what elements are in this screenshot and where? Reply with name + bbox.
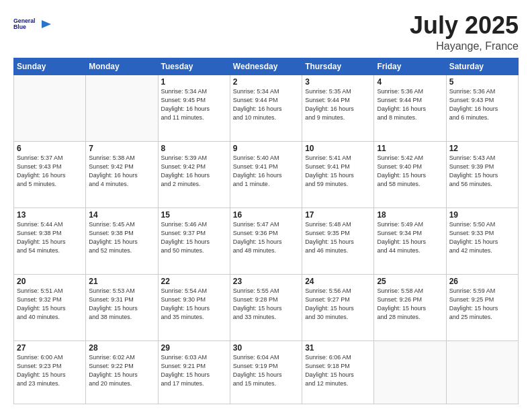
day-info: Sunrise: 5:41 AM Sunset: 9:41 PM Dayligh… bbox=[305, 154, 371, 189]
calendar-cell: 30Sunrise: 6:04 AM Sunset: 9:19 PM Dayli… bbox=[230, 340, 302, 404]
day-number: 2 bbox=[233, 77, 299, 87]
calendar-cell: 27Sunrise: 6:00 AM Sunset: 9:23 PM Dayli… bbox=[14, 340, 86, 404]
page: General Blue July 2025 Hayange, France S… bbox=[0, 0, 532, 411]
logo-arrow-icon bbox=[39, 17, 51, 30]
calendar-cell: 16Sunrise: 5:47 AM Sunset: 9:36 PM Dayli… bbox=[230, 208, 302, 274]
day-number: 7 bbox=[89, 144, 154, 153]
header-cell-wednesday: Wednesday bbox=[230, 58, 302, 75]
day-number: 15 bbox=[161, 210, 227, 220]
day-info: Sunrise: 5:34 AM Sunset: 9:44 PM Dayligh… bbox=[233, 87, 299, 122]
day-number: 12 bbox=[449, 144, 515, 153]
calendar-cell: 23Sunrise: 5:55 AM Sunset: 9:28 PM Dayli… bbox=[230, 274, 302, 340]
calendar-cell: 9Sunrise: 5:40 AM Sunset: 9:41 PM Daylig… bbox=[230, 141, 302, 208]
calendar-cell: 17Sunrise: 5:48 AM Sunset: 9:35 PM Dayli… bbox=[302, 208, 374, 274]
day-info: Sunrise: 5:37 AM Sunset: 9:43 PM Dayligh… bbox=[17, 154, 83, 189]
day-info: Sunrise: 5:56 AM Sunset: 9:27 PM Dayligh… bbox=[305, 287, 371, 322]
calendar-cell: 26Sunrise: 5:59 AM Sunset: 9:25 PM Dayli… bbox=[446, 274, 518, 340]
day-info: Sunrise: 5:36 AM Sunset: 9:43 PM Dayligh… bbox=[449, 87, 515, 122]
day-info: Sunrise: 6:04 AM Sunset: 9:19 PM Dayligh… bbox=[233, 353, 299, 388]
calendar-cell: 22Sunrise: 5:54 AM Sunset: 9:30 PM Dayli… bbox=[158, 274, 230, 340]
day-info: Sunrise: 6:03 AM Sunset: 9:21 PM Dayligh… bbox=[161, 353, 227, 388]
day-number: 8 bbox=[161, 144, 227, 153]
day-number: 18 bbox=[377, 210, 443, 220]
day-info: Sunrise: 5:46 AM Sunset: 9:37 PM Dayligh… bbox=[161, 220, 227, 255]
calendar-cell: 21Sunrise: 5:53 AM Sunset: 9:31 PM Dayli… bbox=[86, 274, 158, 340]
day-number: 31 bbox=[305, 343, 371, 353]
title-block: July 2025 Hayange, France bbox=[410, 12, 519, 52]
calendar-cell bbox=[14, 75, 86, 141]
calendar-cell: 25Sunrise: 5:58 AM Sunset: 9:26 PM Dayli… bbox=[374, 274, 446, 340]
header-cell-friday: Friday bbox=[374, 58, 446, 75]
header: General Blue July 2025 Hayange, France bbox=[13, 12, 519, 52]
header-row: SundayMondayTuesdayWednesdayThursdayFrid… bbox=[14, 58, 519, 75]
title-month: July 2025 bbox=[410, 12, 519, 39]
day-info: Sunrise: 6:06 AM Sunset: 9:18 PM Dayligh… bbox=[305, 353, 371, 388]
calendar-cell: 4Sunrise: 5:36 AM Sunset: 9:44 PM Daylig… bbox=[374, 75, 446, 141]
day-info: Sunrise: 5:47 AM Sunset: 9:36 PM Dayligh… bbox=[233, 220, 299, 255]
week-row-1: 1Sunrise: 5:34 AM Sunset: 9:45 PM Daylig… bbox=[14, 75, 519, 141]
day-info: Sunrise: 5:42 AM Sunset: 9:40 PM Dayligh… bbox=[377, 154, 443, 189]
svg-marker-2 bbox=[42, 20, 51, 28]
week-row-2: 6Sunrise: 5:37 AM Sunset: 9:43 PM Daylig… bbox=[14, 141, 519, 208]
day-info: Sunrise: 5:54 AM Sunset: 9:30 PM Dayligh… bbox=[161, 287, 227, 322]
day-info: Sunrise: 5:59 AM Sunset: 9:25 PM Dayligh… bbox=[449, 287, 515, 322]
day-number: 19 bbox=[449, 210, 515, 220]
day-info: Sunrise: 5:43 AM Sunset: 9:39 PM Dayligh… bbox=[449, 154, 515, 189]
day-info: Sunrise: 5:50 AM Sunset: 9:33 PM Dayligh… bbox=[449, 220, 515, 255]
calendar-cell bbox=[374, 340, 446, 404]
calendar-cell: 14Sunrise: 5:45 AM Sunset: 9:38 PM Dayli… bbox=[86, 208, 158, 274]
day-info: Sunrise: 5:53 AM Sunset: 9:31 PM Dayligh… bbox=[89, 287, 154, 322]
calendar-cell: 24Sunrise: 5:56 AM Sunset: 9:27 PM Dayli… bbox=[302, 274, 374, 340]
calendar-cell: 2Sunrise: 5:34 AM Sunset: 9:44 PM Daylig… bbox=[230, 75, 302, 141]
header-cell-thursday: Thursday bbox=[302, 58, 374, 75]
day-info: Sunrise: 5:35 AM Sunset: 9:44 PM Dayligh… bbox=[305, 87, 371, 122]
day-number: 25 bbox=[377, 277, 443, 286]
logo: General Blue bbox=[13, 12, 51, 35]
day-info: Sunrise: 5:51 AM Sunset: 9:32 PM Dayligh… bbox=[17, 287, 83, 322]
svg-text:Blue: Blue bbox=[13, 24, 26, 30]
day-info: Sunrise: 5:55 AM Sunset: 9:28 PM Dayligh… bbox=[233, 287, 299, 322]
day-number: 14 bbox=[89, 210, 154, 220]
day-info: Sunrise: 5:49 AM Sunset: 9:34 PM Dayligh… bbox=[377, 220, 443, 255]
calendar-cell: 11Sunrise: 5:42 AM Sunset: 9:40 PM Dayli… bbox=[374, 141, 446, 208]
day-number: 24 bbox=[305, 277, 371, 286]
week-row-3: 13Sunrise: 5:44 AM Sunset: 9:38 PM Dayli… bbox=[14, 208, 519, 274]
day-number: 17 bbox=[305, 210, 371, 220]
header-cell-sunday: Sunday bbox=[14, 58, 86, 75]
day-number: 3 bbox=[305, 77, 371, 87]
calendar-cell: 28Sunrise: 6:02 AM Sunset: 9:22 PM Dayli… bbox=[86, 340, 158, 404]
day-info: Sunrise: 5:34 AM Sunset: 9:45 PM Dayligh… bbox=[161, 87, 227, 122]
calendar-cell: 19Sunrise: 5:50 AM Sunset: 9:33 PM Dayli… bbox=[446, 208, 518, 274]
day-info: Sunrise: 5:38 AM Sunset: 9:42 PM Dayligh… bbox=[89, 154, 154, 189]
calendar-cell: 7Sunrise: 5:38 AM Sunset: 9:42 PM Daylig… bbox=[86, 141, 158, 208]
day-number: 22 bbox=[161, 277, 227, 286]
day-number: 21 bbox=[89, 277, 154, 286]
day-number: 9 bbox=[233, 144, 299, 153]
header-cell-tuesday: Tuesday bbox=[158, 58, 230, 75]
calendar-cell: 5Sunrise: 5:36 AM Sunset: 9:43 PM Daylig… bbox=[446, 75, 518, 141]
day-number: 29 bbox=[161, 343, 227, 353]
day-number: 23 bbox=[233, 277, 299, 286]
day-info: Sunrise: 5:58 AM Sunset: 9:26 PM Dayligh… bbox=[377, 287, 443, 322]
day-info: Sunrise: 5:45 AM Sunset: 9:38 PM Dayligh… bbox=[89, 220, 154, 255]
calendar-cell: 12Sunrise: 5:43 AM Sunset: 9:39 PM Dayli… bbox=[446, 141, 518, 208]
calendar-table: SundayMondayTuesdayWednesdayThursdayFrid… bbox=[13, 58, 519, 404]
day-info: Sunrise: 5:48 AM Sunset: 9:35 PM Dayligh… bbox=[305, 220, 371, 255]
day-number: 28 bbox=[89, 343, 154, 353]
calendar-cell: 20Sunrise: 5:51 AM Sunset: 9:32 PM Dayli… bbox=[14, 274, 86, 340]
calendar-cell: 3Sunrise: 5:35 AM Sunset: 9:44 PM Daylig… bbox=[302, 75, 374, 141]
calendar-cell: 15Sunrise: 5:46 AM Sunset: 9:37 PM Dayli… bbox=[158, 208, 230, 274]
day-number: 20 bbox=[17, 277, 83, 286]
day-info: Sunrise: 6:00 AM Sunset: 9:23 PM Dayligh… bbox=[17, 353, 83, 388]
calendar-cell: 18Sunrise: 5:49 AM Sunset: 9:34 PM Dayli… bbox=[374, 208, 446, 274]
header-cell-saturday: Saturday bbox=[446, 58, 518, 75]
calendar-cell: 13Sunrise: 5:44 AM Sunset: 9:38 PM Dayli… bbox=[14, 208, 86, 274]
day-number: 10 bbox=[305, 144, 371, 153]
day-number: 13 bbox=[17, 210, 83, 220]
day-number: 11 bbox=[377, 144, 443, 153]
calendar-cell: 6Sunrise: 5:37 AM Sunset: 9:43 PM Daylig… bbox=[14, 141, 86, 208]
week-row-5: 27Sunrise: 6:00 AM Sunset: 9:23 PM Dayli… bbox=[14, 340, 519, 404]
calendar-cell: 8Sunrise: 5:39 AM Sunset: 9:42 PM Daylig… bbox=[158, 141, 230, 208]
day-number: 27 bbox=[17, 343, 83, 353]
day-number: 16 bbox=[233, 210, 299, 220]
